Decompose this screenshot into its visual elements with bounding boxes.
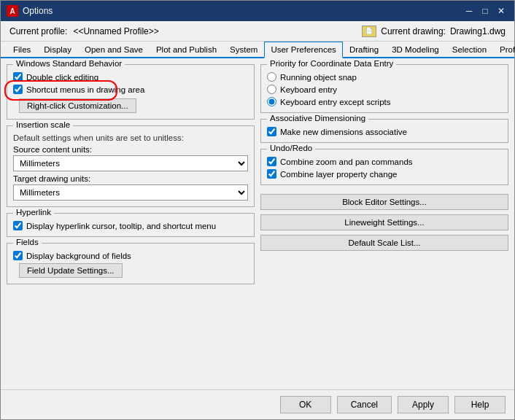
current-drawing-value: Drawing1.dwg xyxy=(450,26,506,36)
combine-zoom-row: Combine zoom and pan commands xyxy=(267,157,502,166)
windows-behavior-title: Windows Standard Behavior xyxy=(13,59,125,68)
tab-3d-modeling[interactable]: 3D Modeling xyxy=(385,42,446,57)
make-assoc-row: Make new dimensions associative xyxy=(267,127,502,136)
tab-drafting[interactable]: Drafting xyxy=(343,42,385,57)
hyperlink-row: Display hyperlink cursor, tooltip, and s… xyxy=(13,221,248,230)
main-content: Windows Standard Behavior Double click e… xyxy=(1,58,514,389)
minimize-button[interactable]: ─ xyxy=(462,4,476,18)
tab-user-preferences[interactable]: User Preferences xyxy=(264,42,342,58)
insertion-scale-title: Insertion scale xyxy=(13,120,73,129)
hyperlink-group: Hyperlink Display hyperlink cursor, tool… xyxy=(7,213,255,237)
shortcut-menus-checkbox[interactable] xyxy=(13,85,23,94)
tab-display[interactable]: Display xyxy=(37,42,78,57)
drawing-icon: 📄 xyxy=(362,26,376,37)
assoc-dim-title: Associative Dimensioning xyxy=(267,114,368,122)
insertion-desc: Default settings when units are set to u… xyxy=(13,133,248,142)
current-profile-value: <<Unnamed Profile>> xyxy=(73,26,158,36)
tab-profiles[interactable]: Profiles xyxy=(493,42,515,57)
shortcut-menus-row: Shortcut menus in drawing area xyxy=(13,85,248,94)
tabs-bar: Files Display Open and Save Plot and Pub… xyxy=(1,42,514,58)
source-label: Source content units: xyxy=(13,145,248,154)
insertion-scale-group: Insertion scale Default settings when un… xyxy=(7,125,255,207)
priority-group: Priority for Coordinate Data Entry Runni… xyxy=(260,64,508,113)
undo-redo-title: Undo/Redo xyxy=(267,144,315,152)
fields-checkbox-row: Display background of fields xyxy=(13,251,248,260)
hyperlink-checkbox[interactable] xyxy=(13,221,23,230)
target-units-group: Target drawing units: Millimeters Inches… xyxy=(13,174,248,201)
ok-button[interactable]: OK xyxy=(280,396,331,413)
windows-behavior-group: Windows Standard Behavior Double click e… xyxy=(7,64,255,120)
tab-system[interactable]: System xyxy=(223,42,264,57)
make-assoc-label: Make new dimensions associative xyxy=(280,128,407,136)
combine-zoom-checkbox[interactable] xyxy=(267,157,276,166)
running-snap-row: Running object snap xyxy=(267,72,502,82)
tab-plot-publish[interactable]: Plot and Publish xyxy=(150,42,223,57)
shortcut-menus-label: Shortcut menus in drawing area xyxy=(26,85,144,94)
source-units-group: Source content units: Millimeters Inches… xyxy=(13,145,248,171)
fields-label: Display background of fields xyxy=(26,252,131,260)
apply-button[interactable]: Apply xyxy=(398,396,449,413)
right-click-btn-wrap: Right-click Customization... xyxy=(19,98,248,113)
running-snap-label: Running object snap xyxy=(280,73,357,82)
footer: OK Cancel Apply Help xyxy=(1,389,514,419)
keyboard-entry-label: Keyboard entry xyxy=(280,85,337,94)
keyboard-except-row: Keyboard entry except scripts xyxy=(267,97,502,106)
combine-layer-row: Combine layer property change xyxy=(267,169,502,179)
fields-group: Fields Display background of fields Fiel… xyxy=(7,243,255,284)
double-click-checkbox[interactable] xyxy=(13,72,23,82)
right-panel: Priority for Coordinate Data Entry Runni… xyxy=(260,64,508,384)
combine-zoom-label: Combine zoom and pan commands xyxy=(280,158,413,166)
profile-bar: Current profile: <<Unnamed Profile>> 📄 C… xyxy=(1,21,514,42)
options-window: A Options ─ □ ✕ Current profile: <<Unnam… xyxy=(0,0,515,420)
tab-open-save[interactable]: Open and Save xyxy=(78,42,150,57)
current-profile-label: Current profile: xyxy=(9,26,67,36)
left-panel: Windows Standard Behavior Double click e… xyxy=(7,64,255,384)
lineweight-settings-button[interactable]: Lineweight Settings... xyxy=(260,214,508,230)
assoc-dim-group: Associative Dimensioning Make new dimens… xyxy=(260,119,508,143)
target-label: Target drawing units: xyxy=(13,174,248,183)
priority-title: Priority for Coordinate Data Entry xyxy=(267,59,396,68)
current-drawing-label: Current drawing: xyxy=(381,26,446,36)
field-update-settings-button[interactable]: Field Update Settings... xyxy=(19,263,123,278)
combine-layer-checkbox[interactable] xyxy=(267,169,276,179)
window-title: Options xyxy=(23,6,53,16)
running-snap-radio[interactable] xyxy=(267,72,276,82)
undo-redo-group: Undo/Redo Combine zoom and pan commands … xyxy=(260,149,508,185)
hyperlink-label: Display hyperlink cursor, tooltip, and s… xyxy=(26,222,216,230)
target-units-select[interactable]: Millimeters Inches Feet Centimeters Mete… xyxy=(13,184,248,201)
right-click-customization-button[interactable]: Right-click Customization... xyxy=(19,98,136,113)
cancel-button[interactable]: Cancel xyxy=(337,396,392,413)
app-icon: A xyxy=(7,5,18,17)
hyperlink-title: Hyperlink xyxy=(13,208,54,217)
help-button[interactable]: Help xyxy=(454,396,506,413)
action-buttons: Block Editor Settings... Lineweight Sett… xyxy=(260,194,508,251)
default-scale-list-button[interactable]: Default Scale List... xyxy=(260,235,508,251)
tab-selection[interactable]: Selection xyxy=(446,42,493,57)
keyboard-entry-row: Keyboard entry xyxy=(267,85,502,94)
keyboard-entry-radio[interactable] xyxy=(267,85,276,94)
make-assoc-checkbox[interactable] xyxy=(267,127,276,136)
keyboard-except-label: Keyboard entry except scripts xyxy=(280,98,391,106)
source-units-select[interactable]: Millimeters Inches Feet Centimeters Mete… xyxy=(13,155,248,171)
block-editor-settings-button[interactable]: Block Editor Settings... xyxy=(260,194,508,210)
maximize-button[interactable]: □ xyxy=(478,4,492,18)
double-click-row: Double click editing xyxy=(13,72,248,82)
fields-title: Fields xyxy=(13,238,42,246)
tab-files[interactable]: Files xyxy=(7,42,37,57)
combine-layer-label: Combine layer property change xyxy=(280,170,397,179)
close-button[interactable]: ✕ xyxy=(494,4,508,18)
window-controls: ─ □ ✕ xyxy=(462,4,508,18)
double-click-label: Double click editing xyxy=(26,73,98,82)
field-update-btn-wrap: Field Update Settings... xyxy=(19,263,248,278)
fields-background-checkbox[interactable] xyxy=(13,251,23,260)
drawing-info: 📄 Current drawing: Drawing1.dwg xyxy=(362,26,506,37)
title-bar: A Options ─ □ ✕ xyxy=(1,1,514,21)
keyboard-except-radio[interactable] xyxy=(267,97,276,106)
